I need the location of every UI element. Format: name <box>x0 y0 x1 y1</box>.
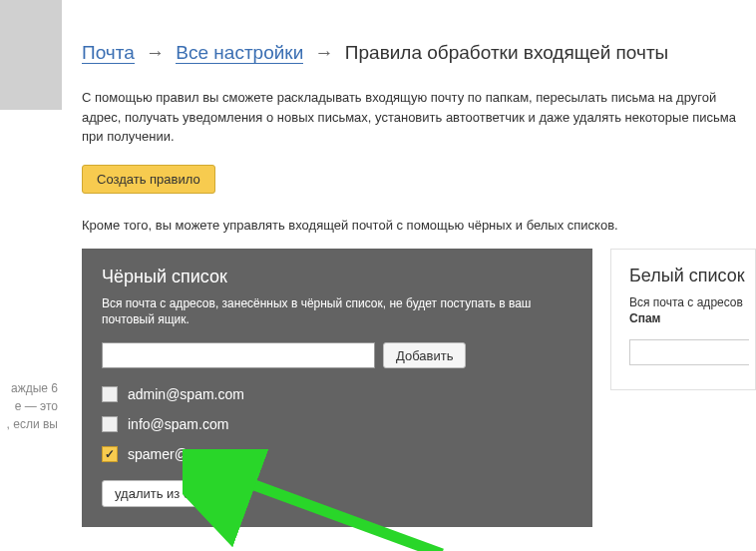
whitelist-title: Белый список <box>629 266 755 286</box>
breadcrumb: Почта → Все настройки → Правила обработк… <box>82 16 756 64</box>
blacklist-title: Чёрный список <box>102 267 572 287</box>
whitelist-email-input[interactable] <box>629 339 749 365</box>
blacklist-item: admin@spam.com <box>102 386 572 402</box>
breadcrumb-current: Правила обработки входящей почты <box>345 42 668 63</box>
create-rule-button[interactable]: Создать правило <box>82 165 215 194</box>
blacklist-email-label: admin@spam.com <box>128 386 244 402</box>
blacklist-remove-button[interactable]: удалить из списка <box>102 480 236 507</box>
blacklist-item: info@spam.com <box>102 416 572 432</box>
blacklist-checkbox[interactable] <box>102 416 118 432</box>
blacklist-email-input[interactable] <box>102 342 375 368</box>
blacklist-description: Вся почта с адресов, занесённых в чёрный… <box>102 295 572 329</box>
arrow-icon: → <box>146 42 165 63</box>
blacklist-add-button[interactable]: Добавить <box>383 342 466 368</box>
blacklist-add-row: Добавить <box>102 342 572 368</box>
whitelist-panel: Белый список Вся почта с адресов Спам <box>610 249 756 390</box>
blacklist-checkbox[interactable] <box>102 386 118 402</box>
lists-description: Кроме того, вы можете управлять входящей… <box>82 218 756 233</box>
sidebar-left: аждые 6 е — это , если вы <box>0 0 62 551</box>
blacklist-item: spamer@spam.com <box>102 446 572 462</box>
main-content: Почта → Все настройки → Правила обработк… <box>62 0 756 527</box>
breadcrumb-mail-link[interactable]: Почта <box>82 42 135 64</box>
sidebar-grey-block <box>0 0 62 110</box>
whitelist-description: Вся почта с адресов Спам <box>629 294 755 328</box>
lists-row: Чёрный список Вся почта с адресов, занес… <box>82 249 756 528</box>
blacklist-email-label: spamer@spam.com <box>128 446 252 462</box>
breadcrumb-settings-link[interactable]: Все настройки <box>176 42 303 64</box>
blacklist-email-label: info@spam.com <box>128 416 228 432</box>
sidebar-partial-text: аждые 6 е — это , если вы <box>0 379 62 433</box>
blacklist-panel: Чёрный список Вся почта с адресов, занес… <box>82 249 592 528</box>
arrow-icon: → <box>315 42 334 63</box>
blacklist-checkbox[interactable] <box>102 446 118 462</box>
page-description: С помощью правил вы сможете раскладывать… <box>82 88 740 147</box>
